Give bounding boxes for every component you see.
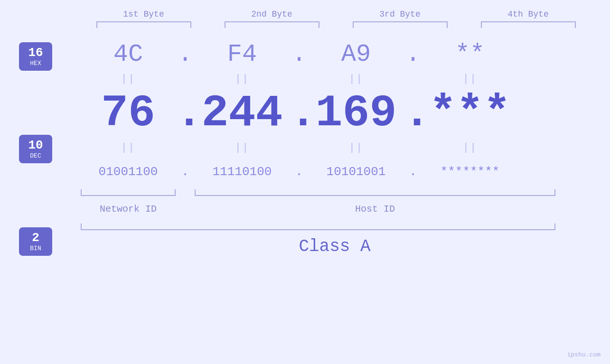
bin-label: BIN xyxy=(30,245,41,252)
base-badges: 16 HEX 10 DEC 2 BIN xyxy=(19,42,52,256)
bracket-top-2 xyxy=(225,21,319,28)
bin-byte1: 01001100 xyxy=(81,165,176,179)
hex-row: 4C . F4 . A9 . ** xyxy=(81,37,589,71)
class-label-row: Class A xyxy=(81,237,589,256)
hex-label: HEX xyxy=(30,60,41,67)
dot-dec-2: . xyxy=(290,88,309,139)
equals-row-2: || || || || xyxy=(81,140,589,156)
equals-row-1: || || || || xyxy=(81,71,589,87)
bracket-top-4 xyxy=(481,21,576,28)
watermark: ipshu.com xyxy=(567,351,601,358)
outer-bracket-row xyxy=(81,224,589,233)
byte1-header: 1st Byte xyxy=(96,9,191,19)
bin-badge: 2 BIN xyxy=(19,227,52,256)
outer-bracket xyxy=(81,224,555,230)
bracket-top-1 xyxy=(96,21,191,28)
dot-dec-1: . xyxy=(176,88,195,139)
host-bracket xyxy=(195,189,555,196)
network-bracket xyxy=(81,189,176,196)
dec-row: 76 . 244 . 169 . *** xyxy=(81,87,589,140)
bin-byte4: ******** xyxy=(422,165,517,179)
dot-bin-1: . xyxy=(176,165,195,179)
class-label: Class A xyxy=(299,237,370,256)
dec-byte3: 169 xyxy=(309,91,404,136)
dec-badge: 10 DEC xyxy=(19,135,52,163)
dec-byte2: 244 xyxy=(195,91,290,136)
top-brackets xyxy=(80,21,592,28)
hex-byte1: 4C xyxy=(81,40,176,68)
dot-hex-2: . xyxy=(290,40,309,68)
bracket-top-3 xyxy=(353,21,448,28)
bin-byte2: 11110100 xyxy=(195,165,290,179)
dot-hex-3: . xyxy=(404,40,422,68)
dec-byte4: *** xyxy=(422,91,517,136)
host-id-label: Host ID xyxy=(195,204,555,215)
hex-byte3: A9 xyxy=(309,40,404,68)
hex-byte4: ** xyxy=(422,40,517,68)
hex-num: 16 xyxy=(28,46,43,60)
dec-num: 10 xyxy=(28,139,43,152)
byte-headers: 1st Byte 2nd Byte 3rd Byte 4th Byte xyxy=(80,9,592,19)
dot-bin-3: . xyxy=(404,165,422,179)
hex-byte2: F4 xyxy=(195,40,290,68)
dec-byte1: 76 xyxy=(81,91,176,136)
network-id-label: Network ID xyxy=(81,204,176,215)
bottom-brackets xyxy=(81,189,589,199)
hex-badge: 16 HEX xyxy=(19,42,52,71)
id-labels: Network ID Host ID xyxy=(81,201,589,216)
byte2-header: 2nd Byte xyxy=(225,9,319,19)
dot-hex-1: . xyxy=(176,40,195,68)
dot-dec-3: . xyxy=(404,88,422,139)
dec-label: DEC xyxy=(30,152,41,159)
bin-row: 01001100 . 11110100 . 10101001 . *******… xyxy=(81,156,589,187)
values-grid: 4C . F4 . A9 . ** || || xyxy=(78,37,589,256)
main-container: 1st Byte 2nd Byte 3rd Byte 4th Byte 16 H… xyxy=(0,0,610,364)
bin-byte3: 10101001 xyxy=(309,165,404,179)
byte4-header: 4th Byte xyxy=(481,9,576,19)
bin-num: 2 xyxy=(32,231,39,245)
byte3-header: 3rd Byte xyxy=(353,9,448,19)
dot-bin-2: . xyxy=(290,165,309,179)
